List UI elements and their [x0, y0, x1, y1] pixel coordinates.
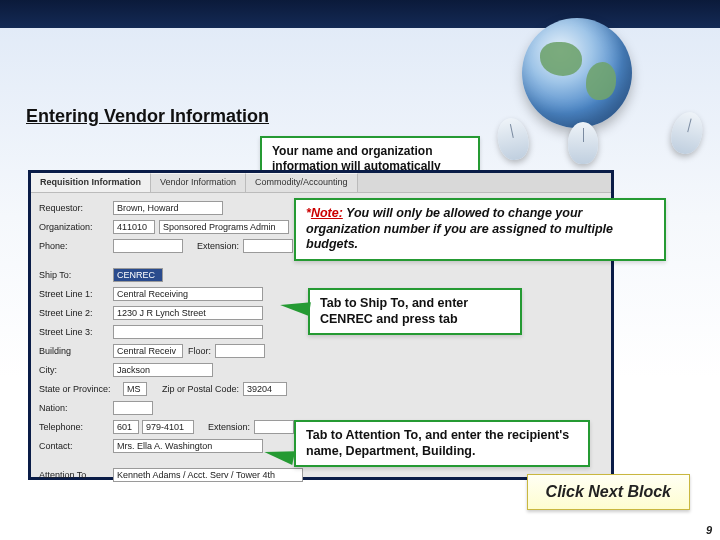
input-requestor[interactable]: Brown, Howard [113, 201, 223, 215]
input-tel-area[interactable]: 601 [113, 420, 139, 434]
input-street1[interactable]: Central Receiving [113, 287, 263, 301]
input-tel-num[interactable]: 979-4101 [142, 420, 194, 434]
input-extension[interactable] [243, 239, 293, 253]
label-floor: Floor: [183, 346, 215, 356]
input-building[interactable]: Central Receiv [113, 344, 183, 358]
note-label: Note: [311, 206, 343, 220]
page-number: 9 [706, 524, 712, 536]
label-organization: Organization: [39, 222, 113, 232]
label-street2: Street Line 2: [39, 308, 113, 318]
label-telephone: Telephone: [39, 422, 113, 432]
input-ship-to[interactable]: CENREC [113, 268, 163, 282]
tab-vendor-info[interactable]: Vendor Information [151, 173, 246, 192]
label-building: Building [39, 346, 113, 356]
next-block-button[interactable]: Click Next Block [527, 474, 690, 510]
label-street3: Street Line 3: [39, 327, 113, 337]
label-extension: Extension: [183, 241, 243, 251]
label-attention: Attention To [39, 470, 113, 480]
tab-requisition-info[interactable]: Requisition Information [31, 173, 151, 192]
input-street2[interactable]: 1230 J R Lynch Street [113, 306, 263, 320]
mouse-icon [568, 122, 598, 164]
label-contact: Contact: [39, 441, 113, 451]
input-floor[interactable] [215, 344, 265, 358]
input-tel-ext[interactable] [254, 420, 294, 434]
input-nation[interactable] [113, 401, 153, 415]
callout-attention-to: Tab to Attention To, and enter the recip… [294, 420, 590, 467]
tab-commodity[interactable]: Commodity/Accounting [246, 173, 358, 192]
page-title: Entering Vendor Information [26, 106, 269, 127]
input-org-name[interactable]: Sponsored Programs Admin [159, 220, 289, 234]
label-nation: Nation: [39, 403, 113, 413]
input-street3[interactable] [113, 325, 263, 339]
input-zip[interactable]: 39204 [243, 382, 287, 396]
input-contact[interactable]: Mrs. Ella A. Washington [113, 439, 263, 453]
label-state: State or Province: [39, 384, 123, 394]
callout-note-org: *Note: You will only be allowed to chang… [294, 198, 666, 261]
input-attention[interactable]: Kenneth Adams / Acct. Serv / Tower 4th [113, 468, 303, 482]
label-ship-to: Ship To: [39, 270, 113, 280]
input-phone[interactable] [113, 239, 183, 253]
mouse-icon [667, 109, 706, 157]
callout-ship-to: Tab to Ship To, and enter CENREC and pre… [308, 288, 522, 335]
label-zip: Zip or Postal Code: [147, 384, 243, 394]
input-org-code[interactable]: 411010 [113, 220, 155, 234]
label-requestor: Requestor: [39, 203, 113, 213]
tab-row: Requisition Information Vendor Informati… [31, 173, 611, 193]
globe-graphic [522, 18, 682, 158]
slide: Entering Vendor Information Your name an… [0, 0, 720, 540]
input-city[interactable]: Jackson [113, 363, 213, 377]
label-street1: Street Line 1: [39, 289, 113, 299]
globe-icon [522, 18, 632, 128]
mouse-icon [494, 115, 532, 162]
label-tel-ext: Extension: [194, 422, 254, 432]
label-city: City: [39, 365, 113, 375]
note-text: You will only be allowed to change your … [306, 206, 613, 251]
input-state[interactable]: MS [123, 382, 147, 396]
label-phone: Phone: [39, 241, 113, 251]
